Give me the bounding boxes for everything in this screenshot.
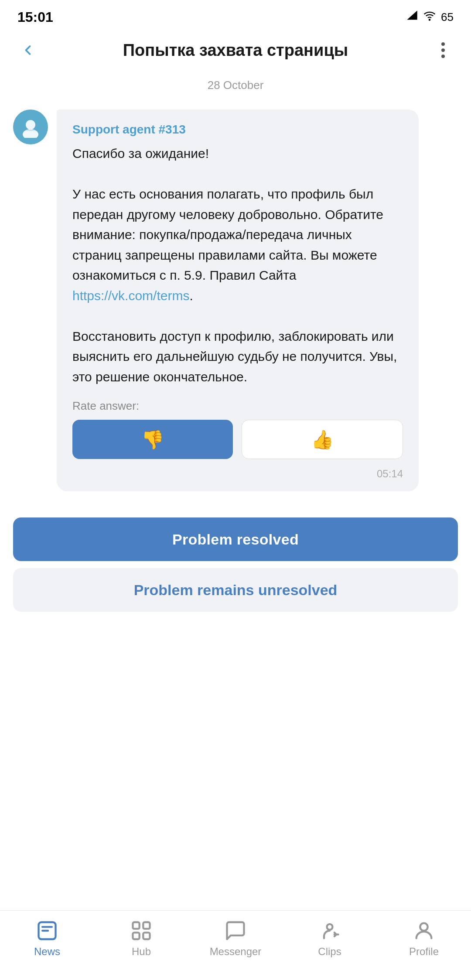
messenger-icon <box>223 918 248 943</box>
rate-label: Rate answer: <box>72 399 403 413</box>
actions-area: Problem resolved Problem remains unresol… <box>0 509 471 620</box>
nav-item-news[interactable]: News <box>19 918 75 958</box>
profile-icon <box>412 918 436 943</box>
nav-item-clips[interactable]: Clips <box>301 918 358 958</box>
news-label: News <box>34 946 60 958</box>
dot3 <box>441 55 445 58</box>
page-title: Попытка захвата страницы <box>40 41 431 60</box>
svg-rect-10 <box>143 932 150 939</box>
bottom-nav: News Hub Messenger <box>0 910 471 980</box>
wifi-icon <box>423 10 437 25</box>
nav-item-profile[interactable]: Profile <box>396 918 452 958</box>
messenger-label: Messenger <box>210 946 262 958</box>
agent-name: Support agent #313 <box>72 123 403 137</box>
rate-buttons: 👎 👍 <box>72 420 403 459</box>
text-part2: У нас есть основания полагать, что профи… <box>72 184 403 306</box>
svg-rect-5 <box>41 926 53 928</box>
status-time: 15:01 <box>17 9 53 25</box>
chat-area: 28 October Support agent #313 Спасибо за… <box>0 70 471 509</box>
battery-level: 65 <box>441 10 454 24</box>
problem-unresolved-button[interactable]: Problem remains unresolved <box>13 568 458 612</box>
dislike-button[interactable]: 👎 <box>72 420 233 459</box>
hub-icon <box>129 918 154 943</box>
svg-point-1 <box>429 19 430 20</box>
svg-rect-8 <box>143 922 150 929</box>
svg-marker-0 <box>407 10 417 20</box>
hub-label: Hub <box>132 946 151 958</box>
nav-item-hub[interactable]: Hub <box>113 918 170 958</box>
profile-label: Profile <box>409 946 439 958</box>
svg-point-11 <box>327 924 333 930</box>
terms-link[interactable]: https://vk.com/terms <box>72 288 189 303</box>
problem-resolved-button[interactable]: Problem resolved <box>13 517 458 561</box>
status-bar: 15:01 65 <box>0 0 471 31</box>
avatar <box>13 110 48 144</box>
news-icon <box>35 918 59 943</box>
text-part4: Восстановить доступ к профилю, заблокиро… <box>72 326 403 387</box>
dot1 <box>441 42 445 46</box>
svg-rect-9 <box>133 932 140 939</box>
signal-icon <box>406 10 418 25</box>
svg-point-2 <box>26 120 35 130</box>
svg-rect-6 <box>41 930 49 932</box>
message-time: 05:14 <box>72 468 403 480</box>
clips-icon <box>317 918 342 943</box>
back-button[interactable] <box>16 38 40 62</box>
message-text: Спасибо за ожидание! У нас есть основани… <box>72 144 403 387</box>
more-options-button[interactable] <box>431 38 455 62</box>
clips-label: Clips <box>318 946 341 958</box>
date-label: 28 October <box>13 74 458 96</box>
rate-section: Rate answer: 👎 👍 <box>72 399 403 459</box>
dot2 <box>441 48 445 52</box>
message-bubble: Support agent #313 Спасибо за ожидание! … <box>57 110 419 491</box>
message-row: Support agent #313 Спасибо за ожидание! … <box>13 110 458 491</box>
svg-rect-7 <box>133 922 140 929</box>
svg-point-12 <box>420 923 427 931</box>
like-button[interactable]: 👍 <box>242 420 403 459</box>
text-part1: Спасибо за ожидание! <box>72 144 403 164</box>
status-icons: 65 <box>406 10 454 25</box>
nav-item-messenger[interactable]: Messenger <box>207 918 264 958</box>
header: Попытка захвата страницы <box>0 31 471 70</box>
